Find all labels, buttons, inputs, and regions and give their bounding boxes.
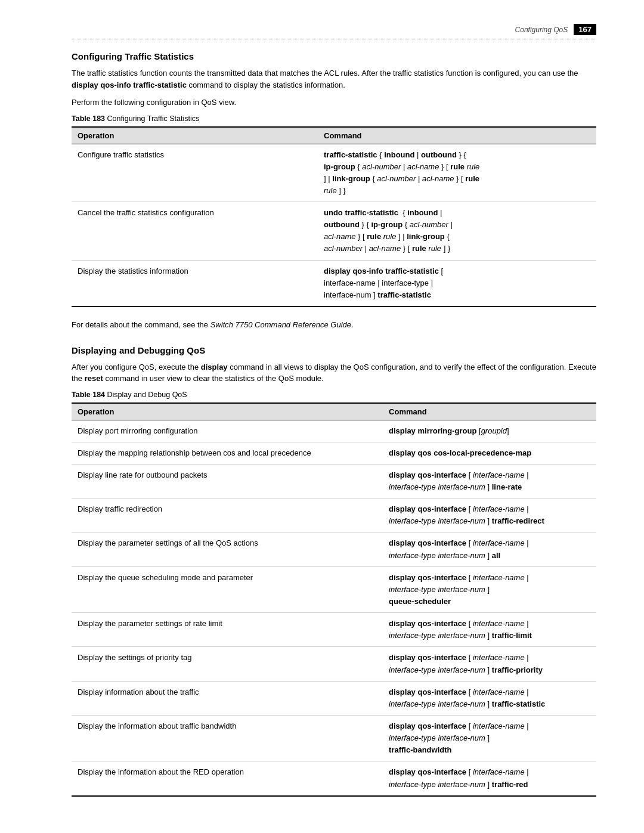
op-cell: Cancel the traffic statistics configurat… [72,202,318,261]
intro-bold: display qos-info traffic-statistic [72,80,187,89]
op-cell: Display traffic redirection [72,498,383,532]
table-row: Configure traffic statistics traffic-sta… [72,144,596,202]
table-row: Display the parameter settings of rate l… [72,613,596,647]
table-row: Display line rate for outbound packets d… [72,464,596,498]
cmd-cell: display qos-interface [ interface-name |… [383,532,596,566]
op-cell: Display line rate for outbound packets [72,464,383,498]
table-row: Display port mirroring configuration dis… [72,420,596,442]
table184-col2-header: Command [383,403,596,420]
op-cell: Display the parameter settings of all th… [72,532,383,566]
table183-caption: Table 183 Configuring Traffic Statistics [72,114,596,123]
op-cell: Display the information about traffic ba… [72,715,383,761]
table183-text: Configuring Traffic Statistics [107,114,200,123]
intro-end: command to display the statistics inform… [187,80,345,89]
op-cell: Display the mapping relationship between… [72,442,383,464]
cmd-cell: display qos-interface [ interface-name |… [383,566,596,612]
page-container: Configuring QoS 167 Configuring Traffic … [0,0,644,833]
op-cell: Display the parameter settings of rate l… [72,613,383,647]
intro2-bold2: reset [85,374,103,383]
section1-subtext: Perform the following configuration in Q… [72,97,596,109]
header-label: Configuring QoS [515,26,568,34]
intro2-end: command in user view to clear the statis… [103,374,324,383]
cmd-cell: display qos-interface [ interface-name |… [383,715,596,761]
table183-col2-header: Command [318,127,596,144]
cmd-cell: display qos-interface [ interface-name |… [383,498,596,532]
table-row: Display the information about traffic ba… [72,715,596,761]
table-row: Display information about the traffic di… [72,681,596,715]
cmd-cell: display mirroring-group [groupid] [383,420,596,442]
page-header: Configuring QoS 167 [72,24,596,39]
footer-end: . [351,320,354,329]
table-row: Cancel the traffic statistics configurat… [72,202,596,261]
cmd-cell: display qos cos-local-precedence-map [383,442,596,464]
footer-text: For details about the command, see the [72,320,210,329]
table184: Operation Command Display port mirroring… [72,402,596,797]
op-cell: Display port mirroring configuration [72,420,383,442]
section-traffic-statistics: Configuring Traffic Statistics The traff… [72,51,596,331]
page-number: 167 [574,24,596,35]
footer-italic: Switch 7750 Command Reference Guide [210,320,351,329]
op-cell: Display the statistics information [72,260,318,306]
table183-col1-header: Operation [72,127,318,144]
section2-intro: After you configure QoS, execute the dis… [72,361,596,385]
op-cell: Display the information about the RED op… [72,761,383,796]
op-cell: Display the queue scheduling mode and pa… [72,566,383,612]
intro2-text: After you configure QoS, execute the [72,363,201,371]
table183-label: Table 183 [72,114,105,123]
cmd-cell: display qos-interface [ interface-name |… [383,681,596,715]
table-row: Display the statistics information displ… [72,260,596,306]
op-cell: Display information about the traffic [72,681,383,715]
table-row: Display the mapping relationship between… [72,442,596,464]
table-row: Display the parameter settings of all th… [72,532,596,566]
cmd-cell: display qos-info traffic-statistic [ int… [318,260,596,306]
cmd-cell: display qos-interface [ interface-name |… [383,613,596,647]
intro-text: The traffic statistics function counts t… [72,69,578,78]
table184-caption: Table 184 Display and Debug QoS [72,391,596,399]
section2-title: Displaying and Debugging QoS [72,345,596,355]
table183-header-row: Operation Command [72,127,596,144]
intro2-bold: display [201,363,228,371]
table184-header-row: Operation Command [72,403,596,420]
cmd-cell: display qos-interface [ interface-name |… [383,761,596,796]
section1-intro: The traffic statistics function counts t… [72,67,596,91]
table184-col1-header: Operation [72,403,383,420]
section1-title: Configuring Traffic Statistics [72,51,596,61]
table-row: Display the information about the RED op… [72,761,596,796]
op-cell: Configure traffic statistics [72,144,318,202]
cmd-cell: display qos-interface [ interface-name |… [383,464,596,498]
section-display-debug-qos: Displaying and Debugging QoS After you c… [72,345,596,797]
table-row: Display traffic redirection display qos-… [72,498,596,532]
table-row: Display the settings of priority tag dis… [72,647,596,681]
cmd-cell: undo traffic-statistic { inbound | outbo… [318,202,596,261]
table184-label: Table 184 [72,391,105,399]
cmd-cell: display qos-interface [ interface-name |… [383,647,596,681]
table183: Operation Command Configure traffic stat… [72,126,596,308]
table-row: Display the queue scheduling mode and pa… [72,566,596,612]
section1-footer: For details about the command, see the S… [72,319,596,331]
cmd-cell: traffic-statistic { inbound | outbound }… [318,144,596,202]
table184-text: Display and Debug QoS [107,391,187,399]
op-cell: Display the settings of priority tag [72,647,383,681]
